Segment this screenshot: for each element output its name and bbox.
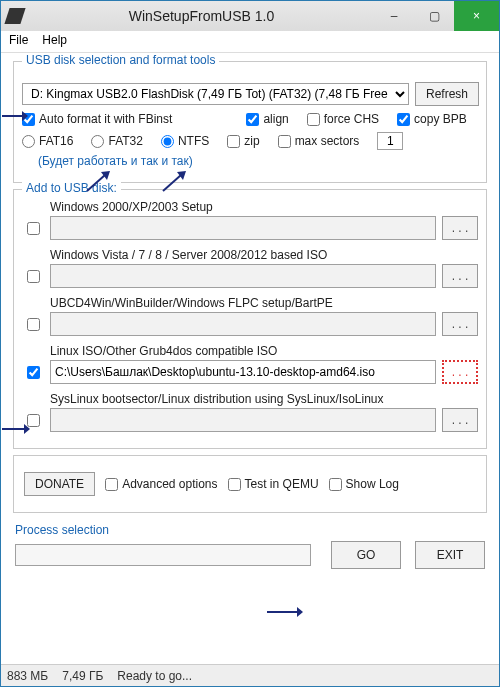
titlebar: WinSetupFromUSB 1.0 – ▢ ×: [1, 1, 499, 31]
close-button[interactable]: ×: [454, 1, 499, 31]
add-section: SysLinux bootsector/Linux distribution u…: [50, 392, 478, 432]
go-button[interactable]: GO: [331, 541, 401, 569]
add-section-checkbox[interactable]: [27, 222, 40, 235]
menu-file[interactable]: File: [9, 33, 28, 50]
add-section-path[interactable]: [50, 264, 436, 288]
browse-button[interactable]: . . .: [442, 216, 478, 240]
status-left: 883 МБ: [7, 669, 48, 683]
qemu-checkbox[interactable]: [228, 478, 241, 491]
fat32-radio[interactable]: [91, 135, 104, 148]
browse-button[interactable]: . . .: [442, 264, 478, 288]
advanced-label: Advanced options: [122, 477, 217, 491]
app-icon: [4, 8, 25, 24]
ntfs-radio[interactable]: [161, 135, 174, 148]
menu-help[interactable]: Help: [42, 33, 67, 50]
exit-button[interactable]: EXIT: [415, 541, 485, 569]
copybpb-label: copy BPB: [414, 112, 467, 126]
content-area: USB disk selection and format tools D: K…: [1, 53, 499, 664]
minimize-button[interactable]: –: [374, 1, 414, 31]
zip-checkbox[interactable]: [227, 135, 240, 148]
forcechs-label: force CHS: [324, 112, 379, 126]
add-section-checkbox[interactable]: [27, 366, 40, 379]
ntfs-label: NTFS: [178, 134, 209, 148]
window-title: WinSetupFromUSB 1.0: [29, 8, 374, 24]
add-section-label: Linux ISO/Other Grub4dos compatible ISO: [50, 344, 478, 358]
copybpb-checkbox[interactable]: [397, 113, 410, 126]
browse-button[interactable]: . . .: [442, 360, 478, 384]
showlog-label: Show Log: [346, 477, 399, 491]
add-section-checkbox[interactable]: [27, 414, 40, 427]
autoformat-checkbox[interactable]: [22, 113, 35, 126]
add-section-checkbox[interactable]: [27, 318, 40, 331]
maxsectors-checkbox[interactable]: [278, 135, 291, 148]
add-section-path[interactable]: [50, 312, 436, 336]
menubar: File Help: [1, 31, 499, 53]
add-section-path[interactable]: [50, 360, 436, 384]
fs-hint: (Будет работать и так и так): [38, 154, 478, 168]
maxsectors-label: max sectors: [295, 134, 360, 148]
align-label: align: [263, 112, 288, 126]
process-label: Process selection: [15, 523, 485, 537]
usb-group-legend: USB disk selection and format tools: [22, 53, 219, 67]
process-area: Process selection GO EXIT: [13, 519, 487, 583]
fat16-label: FAT16: [39, 134, 73, 148]
browse-button[interactable]: . . .: [442, 312, 478, 336]
add-groupbox: Add to USB disk: Windows 2000/XP/2003 Se…: [13, 189, 487, 449]
browse-button[interactable]: . . .: [442, 408, 478, 432]
status-right: Ready to go...: [117, 669, 192, 683]
fat16-radio[interactable]: [22, 135, 35, 148]
disk-select[interactable]: D: Kingmax USB2.0 FlashDisk (7,49 ГБ Tot…: [22, 83, 409, 105]
add-section-label: UBCD4Win/WinBuilder/Windows FLPC setup/B…: [50, 296, 478, 310]
maximize-button[interactable]: ▢: [414, 1, 454, 31]
add-section-path[interactable]: [50, 216, 436, 240]
add-legend: Add to USB disk:: [22, 181, 121, 195]
usb-groupbox: USB disk selection and format tools D: K…: [13, 61, 487, 183]
add-section-label: Windows Vista / 7 / 8 / Server 2008/2012…: [50, 248, 478, 262]
maxsectors-input[interactable]: [377, 132, 403, 150]
add-section-checkbox[interactable]: [27, 270, 40, 283]
forcechs-checkbox[interactable]: [307, 113, 320, 126]
add-section: Linux ISO/Other Grub4dos compatible ISO.…: [50, 344, 478, 384]
add-section-label: Windows 2000/XP/2003 Setup: [50, 200, 478, 214]
autoformat-label: Auto format it with FBinst: [39, 112, 172, 126]
add-section: Windows 2000/XP/2003 Setup. . .: [50, 200, 478, 240]
add-section: Windows Vista / 7 / 8 / Server 2008/2012…: [50, 248, 478, 288]
qemu-label: Test in QEMU: [245, 477, 319, 491]
align-checkbox[interactable]: [246, 113, 259, 126]
status-mid: 7,49 ГБ: [62, 669, 103, 683]
statusbar: 883 МБ 7,49 ГБ Ready to go...: [1, 664, 499, 686]
add-section: UBCD4Win/WinBuilder/Windows FLPC setup/B…: [50, 296, 478, 336]
add-section-path[interactable]: [50, 408, 436, 432]
advanced-checkbox[interactable]: [105, 478, 118, 491]
donate-button[interactable]: DONATE: [24, 472, 95, 496]
zip-label: zip: [244, 134, 259, 148]
add-section-label: SysLinux bootsector/Linux distribution u…: [50, 392, 478, 406]
progress-bar: [15, 544, 311, 566]
refresh-button[interactable]: Refresh: [415, 82, 479, 106]
showlog-checkbox[interactable]: [329, 478, 342, 491]
bottom-options-group: DONATE Advanced options Test in QEMU Sho…: [13, 455, 487, 513]
fat32-label: FAT32: [108, 134, 142, 148]
